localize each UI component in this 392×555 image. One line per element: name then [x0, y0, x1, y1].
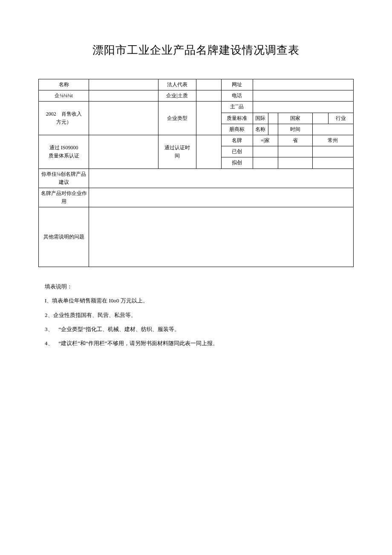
- label-quality-std: 质量标准: [221, 113, 253, 124]
- label-company-code: 企⅛⅛⅛t: [39, 90, 89, 102]
- input-type[interactable]: [196, 102, 221, 135]
- input-tm-name[interactable]: [268, 124, 278, 135]
- label-website: 网址: [221, 79, 253, 90]
- input-other[interactable]: [89, 207, 354, 267]
- label-legal-rep: 法人代表: [158, 79, 196, 90]
- input-intl[interactable]: [268, 113, 278, 124]
- input-nature[interactable]: [196, 90, 221, 102]
- label-cert-time: 通过认证时 间: [158, 135, 196, 169]
- input-effect[interactable]: [89, 188, 354, 207]
- note-1: I、填表单位年销售额需在 I0o0 万元以上。: [45, 294, 354, 307]
- label-name: 名称: [39, 79, 89, 90]
- note-4: 4、 “建议栏”和“作用栏”不够用，请另附书面材料随同此表一同上报。: [45, 337, 354, 350]
- input-yichuang-national[interactable]: [253, 146, 278, 157]
- label-main-product: 主ˆˆ品: [221, 102, 253, 113]
- label-nature: 企业|土质: [158, 90, 196, 102]
- note-3: 3、 “企业类型”指化工、机械、建材、纺织、服装等。: [45, 323, 354, 336]
- input-yichuang-province[interactable]: [278, 146, 312, 157]
- input-website[interactable]: [253, 79, 353, 90]
- input-tm-time[interactable]: [312, 124, 353, 135]
- page-title: 漂阳市工业企业产品名牌建设情况调查表: [38, 43, 354, 58]
- input-phone[interactable]: [253, 90, 353, 102]
- label-type: 企业类型: [158, 102, 196, 135]
- label-industry: 行业: [328, 113, 353, 124]
- label-mingpai: 名牌: [221, 135, 253, 146]
- label-level-changzhou: 常州: [312, 135, 353, 146]
- label-tm-time: 时间: [278, 124, 312, 135]
- notes-section: 填表说明： I、填表单位年销售额需在 I0o0 万元以上。 2、企业性质指国有、…: [38, 280, 354, 350]
- label-reg-trademark: 册商标: [221, 124, 253, 135]
- input-nichuang-changzhou[interactable]: [312, 157, 353, 169]
- label-effect: 名牌产品对你企业作 用: [39, 188, 89, 207]
- label-other: 其他需说明的问题: [39, 207, 89, 267]
- label-nichuang: 拟创: [221, 157, 253, 169]
- label-phone: 电话: [221, 90, 253, 102]
- input-sales-2002[interactable]: [89, 102, 159, 135]
- survey-form-table: 名称 法人代表 网址 企⅛⅛⅛t 企业|土质 电话 2002 肖售收入 方元） …: [38, 79, 354, 267]
- input-main-product[interactable]: [253, 102, 353, 113]
- label-suggestion: 你单佳⅛创名牌产品 建议: [39, 169, 89, 188]
- input-nichuang-province[interactable]: [278, 157, 312, 169]
- label-intl: 国际: [253, 113, 268, 124]
- input-iso[interactable]: [89, 135, 159, 169]
- note-2: 2、企业性质指国有、民营、私营等。: [45, 308, 354, 322]
- label-sales-2002: 2002 肖售收入 方元）: [39, 102, 89, 135]
- input-nichuang-national[interactable]: [253, 157, 278, 169]
- label-national: 国家: [278, 113, 312, 124]
- input-company-code[interactable]: [89, 90, 159, 102]
- label-level-national: ≡|家: [253, 135, 278, 146]
- input-name[interactable]: [89, 79, 159, 90]
- input-legal-rep[interactable]: [196, 79, 221, 90]
- input-yichuang-changzhou[interactable]: [312, 146, 353, 157]
- label-level-province: 省: [278, 135, 312, 146]
- notes-intro: 填表说明：: [45, 280, 354, 293]
- label-tm-name: 名称: [253, 124, 268, 135]
- label-iso: 通过 IS09000 质量体系认证: [39, 135, 89, 169]
- input-national[interactable]: [312, 113, 328, 124]
- input-cert-time[interactable]: [196, 135, 221, 169]
- label-yichuang: 已创: [221, 146, 253, 157]
- input-suggestion[interactable]: [89, 169, 354, 188]
